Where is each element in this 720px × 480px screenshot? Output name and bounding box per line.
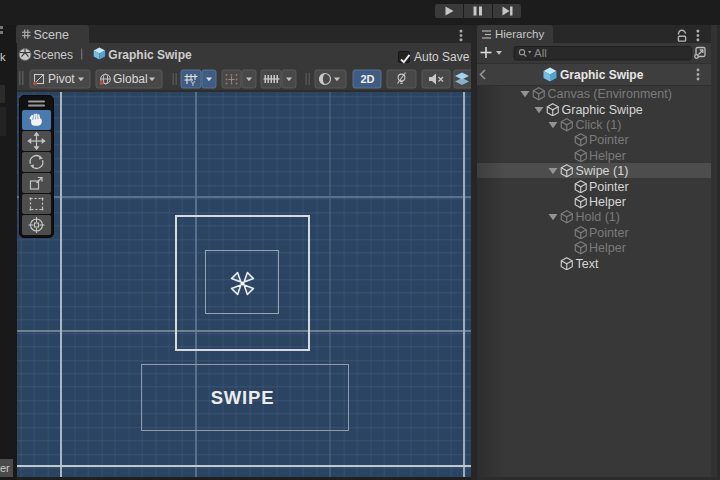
svg-text:Graphic Swipe: Graphic Swipe	[108, 48, 192, 62]
svg-text:All: All	[534, 47, 547, 59]
svg-text:Scenes: Scenes	[33, 48, 73, 62]
svg-text:Y: Y	[191, 80, 196, 87]
svg-text:Scene: Scene	[34, 28, 69, 42]
svg-text:2D: 2D	[361, 73, 375, 85]
svg-text:Hierarchy: Hierarchy	[495, 28, 544, 40]
svg-text:Graphic Swipe: Graphic Swipe	[560, 68, 644, 82]
svg-text:Pivot: Pivot	[48, 72, 75, 86]
svg-text:Global: Global	[113, 72, 148, 86]
